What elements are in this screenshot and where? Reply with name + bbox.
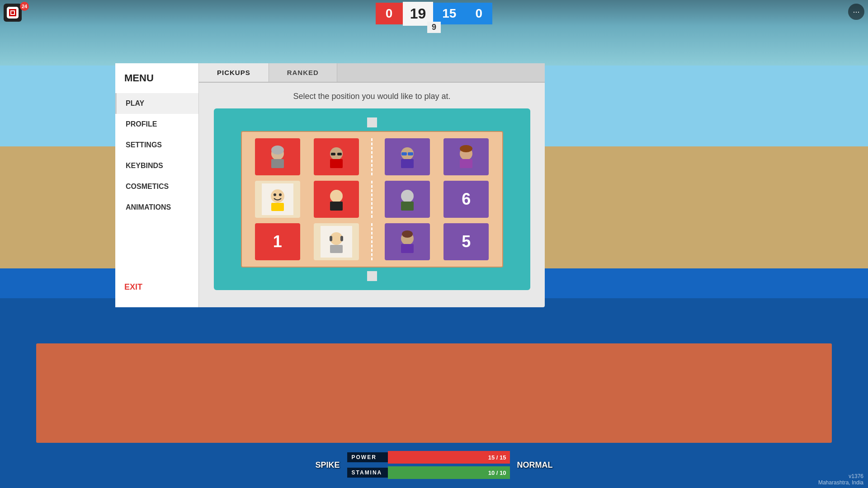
svg-rect-14	[408, 152, 413, 155]
sidebar: MENU PLAY PROFILE SETTINGS KEYBINDS COSM…	[115, 63, 199, 307]
svg-rect-21	[271, 203, 284, 211]
court-row-bottom: 1	[245, 221, 499, 263]
sidebar-item-cosmetics[interactable]: COSMETICS	[115, 176, 198, 197]
stamina-bar-row: STAMINA 10 / 10	[347, 466, 510, 479]
svg-rect-7	[330, 159, 343, 168]
court-row-mid: 6	[245, 178, 499, 221]
tab-ranked[interactable]: RANKED	[269, 63, 337, 82]
svg-point-20	[271, 189, 284, 203]
sidebar-item-profile[interactable]: PROFILE	[115, 114, 198, 135]
court-cell-r3c4[interactable]: 5	[443, 223, 489, 260]
main-content: PICKUPS RANKED Select the position you w…	[199, 63, 545, 307]
svg-point-25	[330, 190, 343, 202]
svg-rect-8	[331, 153, 335, 155]
svg-rect-33	[330, 236, 332, 241]
court-floor	[36, 343, 832, 443]
court-cell-r2c2[interactable]	[314, 181, 359, 218]
court-indicator-top	[367, 117, 377, 127]
net-divider-bottom	[371, 223, 373, 260]
court-cell-r3c1[interactable]: 1	[255, 223, 300, 260]
court-grid: 6 1	[241, 131, 503, 267]
svg-rect-12	[401, 159, 414, 168]
exit-button[interactable]: EXIT	[115, 276, 198, 298]
court-cell-r1c3[interactable]	[385, 138, 430, 175]
mode-label: NORMAL	[517, 460, 553, 470]
svg-point-22	[274, 193, 276, 196]
score-blue: 15	[433, 3, 465, 24]
score-zero-right: 0	[465, 3, 492, 24]
svg-rect-32	[330, 245, 343, 253]
court-cell-r2c1[interactable]	[255, 181, 300, 218]
power-label: POWER	[347, 452, 388, 462]
net-divider-top	[371, 138, 373, 175]
court-cell-r3c2[interactable]	[314, 223, 359, 260]
court-cell-r2c4[interactable]: 6	[443, 181, 489, 218]
svg-point-28	[401, 190, 414, 202]
stamina-label: STAMINA	[347, 468, 388, 478]
court-cell-r3c3[interactable]	[385, 223, 430, 260]
svg-rect-13	[401, 152, 407, 155]
bottom-hud: SPIKE POWER 15 / 15 STAMINA 10 / 10 NORM…	[0, 451, 868, 479]
content-area: Select the position you would like to pl…	[199, 83, 545, 307]
notification-badge: 24	[20, 2, 29, 11]
role-label: SPIKE	[315, 460, 340, 470]
court-indicator-bottom	[367, 271, 377, 281]
main-modal: MENU PLAY PROFILE SETTINGS KEYBINDS COSM…	[115, 63, 545, 307]
power-bar-row: POWER 15 / 15	[347, 451, 510, 464]
svg-point-23	[279, 193, 282, 196]
net-divider-mid	[371, 181, 373, 218]
svg-point-38	[402, 230, 413, 238]
svg-point-4	[271, 145, 284, 155]
svg-rect-17	[460, 159, 472, 168]
menu-title: MENU	[115, 72, 198, 93]
court-cell-r1c2[interactable]	[314, 138, 359, 175]
court-cell-r2c3[interactable]	[385, 181, 430, 218]
court-cell-r1c1[interactable]	[255, 138, 300, 175]
svg-rect-3	[271, 159, 284, 168]
court-cell-r1c4[interactable]	[443, 138, 489, 175]
sidebar-item-animations[interactable]: ANIMATIONS	[115, 197, 198, 218]
sidebar-item-play[interactable]: PLAY	[115, 93, 198, 114]
tab-pickups[interactable]: PICKUPS	[199, 63, 269, 82]
svg-point-18	[460, 145, 472, 152]
sidebar-item-settings[interactable]: SETTINGS	[115, 135, 198, 155]
position-prompt: Select the position you would like to pl…	[293, 92, 450, 101]
score-red-left: 0	[376, 3, 403, 24]
svg-rect-9	[337, 153, 342, 155]
svg-rect-37	[401, 244, 414, 253]
stats-bars: POWER 15 / 15 STAMINA 10 / 10	[347, 451, 510, 479]
court-container: 6 1	[214, 108, 530, 290]
tab-bar: PICKUPS RANKED	[199, 63, 545, 83]
power-fill: 15 / 15	[388, 451, 510, 464]
court-row-top	[245, 136, 499, 178]
stamina-fill: 10 / 10	[388, 466, 510, 479]
svg-rect-29	[401, 202, 414, 211]
svg-rect-34	[340, 236, 343, 241]
svg-rect-26	[330, 202, 343, 211]
sidebar-item-keybinds[interactable]: KEYBINDS	[115, 155, 198, 176]
sub-score: 9	[427, 22, 441, 33]
